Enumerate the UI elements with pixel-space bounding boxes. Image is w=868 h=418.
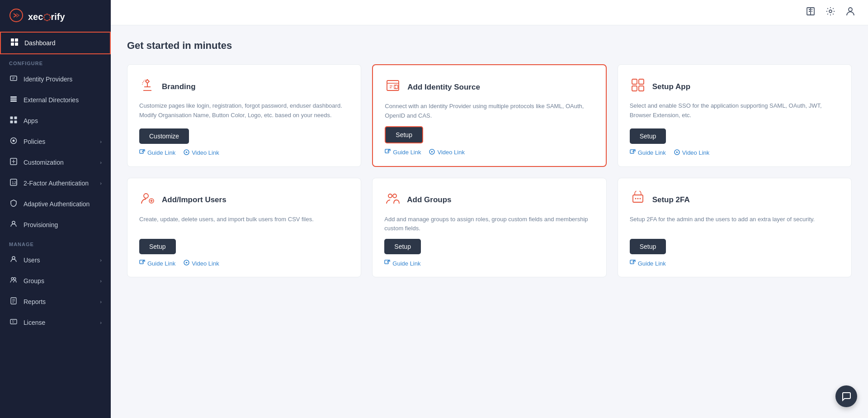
user-profile-icon[interactable] (845, 6, 855, 19)
branding-title: Branding (162, 82, 196, 91)
external-link-icon-4 (139, 260, 145, 267)
branding-description: Customize pages like login, registration… (139, 101, 349, 123)
svg-point-24 (829, 10, 832, 13)
sidebar-item-users[interactable]: Users › (0, 250, 111, 271)
svg-rect-4 (15, 43, 18, 46)
dashboard-icon (10, 38, 19, 48)
add-identity-source-card: Add Identity Source Connect with an Iden… (372, 64, 606, 167)
svg-rect-9 (10, 117, 13, 119)
setup-app-description: Select and enable SSO for the applicatio… (630, 101, 840, 123)
policies-icon (9, 137, 18, 146)
add-import-users-guide-link[interactable]: Guide Link (139, 260, 175, 267)
identity-source-icon (385, 78, 401, 96)
setup-2fa-links: Guide Link (630, 260, 840, 267)
svg-marker-28 (186, 151, 188, 153)
book-icon[interactable] (806, 6, 816, 19)
add-groups-setup-button[interactable]: Setup (384, 239, 421, 254)
setup-app-card-header: Setup App (630, 77, 840, 96)
sidebar-item-adaptive-auth[interactable]: Adaptive Authentication (0, 194, 111, 214)
sidebar-item-reports[interactable]: Reports › (0, 291, 111, 312)
identity-source-setup-button[interactable]: Setup (385, 126, 423, 143)
svg-rect-37 (639, 86, 644, 91)
add-import-users-setup-button[interactable]: Setup (139, 239, 176, 254)
dashboard-label: Dashboard (24, 39, 101, 47)
sidebar-item-identity-providers[interactable]: Identity Providers (0, 69, 111, 90)
customization-icon (9, 158, 18, 167)
sidebar-item-policies[interactable]: Policies › (0, 131, 111, 152)
main-area: Get started in minutes Branding (111, 0, 868, 418)
svg-point-46 (388, 194, 392, 198)
setup-app-setup-button[interactable]: Setup (630, 128, 666, 144)
setup-app-guide-link[interactable]: Guide Link (630, 149, 666, 157)
svg-rect-35 (639, 79, 644, 84)
header-icons (806, 6, 855, 19)
identity-source-guide-link[interactable]: Guide Link (385, 149, 421, 156)
play-icon (184, 149, 189, 157)
policies-chevron: › (100, 139, 102, 144)
svg-rect-12 (14, 121, 17, 124)
header (111, 0, 868, 25)
add-groups-guide-link[interactable]: Guide Link (384, 260, 420, 267)
svg-point-18 (12, 221, 15, 224)
svg-rect-7 (10, 99, 17, 100)
svg-point-47 (393, 194, 396, 198)
sidebar-item-customization[interactable]: Customization › (0, 152, 111, 173)
svg-rect-34 (632, 79, 637, 84)
identity-source-video-link[interactable]: Video Link (429, 149, 464, 156)
groups-label: Groups (24, 277, 100, 285)
sidebar-item-license[interactable]: License › (0, 312, 111, 333)
external-directories-label: External Directories (24, 96, 102, 104)
sidebar-item-external-directories[interactable]: External Directories (0, 90, 111, 110)
add-groups-title: Add Groups (407, 195, 451, 204)
svg-rect-6 (10, 96, 17, 98)
svg-rect-1 (11, 38, 14, 42)
branding-card: Branding Customize pages like login, reg… (127, 64, 361, 167)
external-link-icon (139, 149, 145, 157)
sidebar-item-provisioning[interactable]: Provisioning (0, 214, 111, 235)
groups-chevron: › (100, 278, 102, 284)
settings-icon[interactable] (826, 6, 835, 19)
add-import-users-description: Create, update, delete users, and import… (139, 215, 349, 234)
identity-providers-icon (9, 75, 18, 84)
sidebar-item-apps[interactable]: Apps (0, 110, 111, 131)
svg-point-14 (13, 140, 15, 142)
setup-app-video-link[interactable]: Video Link (674, 149, 709, 157)
svg-marker-45 (186, 262, 188, 264)
identity-source-links: Guide Link Video Link (385, 149, 594, 156)
branding-customize-button[interactable]: Customize (139, 128, 189, 144)
logo-icon (9, 8, 24, 25)
reports-chevron: › (100, 299, 102, 304)
users-chevron: › (100, 257, 102, 263)
external-directories-icon (9, 95, 18, 104)
svg-point-50 (635, 198, 636, 199)
svg-rect-3 (11, 43, 14, 46)
svg-rect-5 (10, 76, 17, 81)
play-icon-3 (674, 149, 680, 157)
setup-2fa-guide-link[interactable]: Guide Link (630, 260, 666, 267)
branding-video-link[interactable]: Video Link (184, 149, 219, 157)
logo[interactable]: xec◌rify (0, 0, 111, 32)
svg-rect-23 (10, 319, 17, 324)
license-label: License (24, 319, 100, 326)
sidebar-item-2fa[interactable]: 123 2-Factor Authentication › (0, 173, 111, 194)
setup-2fa-card: Setup 2FA Setup 2FA for the admin and th… (618, 178, 852, 278)
policies-label: Policies (24, 138, 100, 145)
page-title: Get started in minutes (127, 40, 852, 52)
setup-2fa-title: Setup 2FA (652, 195, 690, 204)
manage-section-label: Manage (0, 235, 111, 250)
apps-icon (9, 116, 18, 125)
setup-2fa-icon (630, 191, 646, 209)
chat-bubble[interactable] (835, 385, 857, 407)
sidebar-item-dashboard[interactable]: Dashboard (0, 32, 111, 54)
setup-2fa-setup-button[interactable]: Setup (630, 239, 666, 254)
customization-label: Customization (24, 159, 100, 166)
branding-guide-link[interactable]: Guide Link (139, 149, 175, 157)
add-groups-card: Add Groups Add and manage groups to assi… (372, 178, 606, 278)
play-icon-4 (184, 260, 189, 267)
add-import-users-card-header: Add/Import Users (139, 191, 349, 209)
add-import-users-video-link[interactable]: Video Link (184, 260, 219, 267)
identity-providers-label: Identity Providers (24, 76, 102, 83)
sidebar-item-groups[interactable]: Groups › (0, 271, 111, 291)
apps-label: Apps (24, 117, 102, 124)
svg-point-25 (849, 8, 852, 11)
